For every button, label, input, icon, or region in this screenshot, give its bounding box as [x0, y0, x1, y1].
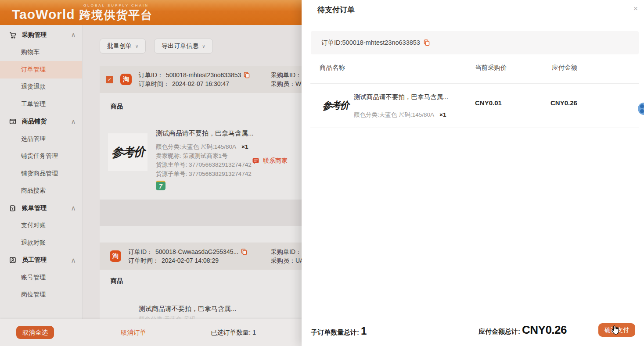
sidebar-group-label: 员工管理	[22, 256, 47, 264]
product-spec: 颜色分类:天蓝色 尺码:145/80A×1	[354, 111, 446, 119]
product-title: 测试商品请不要拍，巴拿马含属...	[139, 305, 237, 313]
product-image-text: 参考价	[111, 144, 144, 161]
order-time-value: 2024-02-07 16:30:47	[172, 79, 229, 88]
top-header-bar: TaoWorld GLOBAL SUPPLY CHAIN 跨境供货平台	[0, 0, 302, 25]
order-list-panel: 批量创单 ∨ 导出订单信息 ∨ ✓ 淘 订单ID： 500018-mhtest2…	[83, 25, 302, 320]
staff-icon	[9, 256, 17, 264]
purchase-id-label: 采购单ID：	[271, 248, 302, 255]
suborder-total-label: 子订单数量总计:	[311, 328, 359, 337]
chevron-up-icon[interactable]: ∧	[71, 204, 76, 212]
payable-amount: CNY0.26	[550, 99, 577, 107]
order-time-label: 订单时间：	[128, 256, 159, 265]
sidebar-group-staff[interactable]: 员工管理 ∧	[0, 252, 82, 269]
product-title: 测试商品请不要拍，巴拿马含属...	[156, 129, 254, 138]
order-card-header: ✓ 淘 订单ID： 500018-mhtest23no633853 订单时间： …	[100, 66, 302, 93]
purchaser-label: 采购员：	[271, 257, 295, 264]
sidebar-group-label: 商品铺货	[22, 118, 47, 125]
package-icon	[9, 118, 17, 125]
suborder-total-value: 1	[361, 325, 367, 337]
order-id-value: 500018-mhtest23no633853	[166, 71, 241, 79]
chevron-down-icon: ∨	[135, 44, 138, 49]
batch-create-button[interactable]: 批量创单 ∨	[100, 39, 146, 54]
pending-payment-drawer: 待支付订单 × 订单ID:500018-mhtest23no633853 商品名…	[302, 0, 644, 346]
chevron-up-icon[interactable]: ∧	[71, 256, 76, 264]
product-section-label: 商品	[111, 277, 123, 285]
drawer-title: 待支付订单	[317, 5, 355, 15]
chevron-up-icon[interactable]: ∧	[71, 118, 76, 126]
chevron-up-icon[interactable]: ∧	[71, 31, 76, 39]
sidebar-item-account-management[interactable]: 账号管理	[0, 269, 82, 286]
selected-order-count: 已选订单数量: 1	[211, 328, 256, 337]
order-time-label: 订单时间：	[139, 79, 169, 88]
cart-icon	[9, 31, 17, 39]
chat-icon	[252, 158, 260, 164]
purchaser-value: UAT测	[295, 257, 302, 264]
sidebar-item-goods-management[interactable]: 铺货商品管理	[0, 165, 82, 182]
copy-icon[interactable]	[241, 249, 247, 255]
order-toolbar: 批量创单 ∨ 导出订单信息 ∨	[100, 39, 213, 54]
export-orders-button[interactable]: 导出订单信息 ∨	[154, 39, 212, 54]
chevron-down-icon: ∨	[202, 44, 205, 49]
app-window: TaoWorld GLOBAL SUPPLY CHAIN 跨境供货平台 采购管理…	[0, 0, 644, 346]
drawer-footer: 子订单数量总计: 1 应付金额总计: CNY0.26 确认支付	[302, 315, 644, 346]
sidebar-item-refund-recon[interactable]: 退款对账	[0, 234, 82, 252]
brand-name: TaoWorld	[12, 7, 75, 22]
amount-total-label: 应付金额总计:	[479, 328, 520, 336]
sidebar-item-cart[interactable]: 购物车	[0, 44, 82, 61]
column-header-price: 当前采购价	[475, 64, 507, 72]
export-orders-label: 导出订单信息	[162, 42, 198, 50]
column-header-product: 商品名称	[320, 64, 345, 72]
contact-seller-label: 联系商家	[263, 157, 288, 165]
close-icon[interactable]: ×	[633, 4, 638, 13]
order-id-value: 500018-CwwaasdaG255345...	[155, 247, 238, 256]
cancel-select-all-button[interactable]: 取消全选	[16, 326, 54, 339]
product-qty: ×1	[439, 111, 446, 118]
order-card-header: 淘 订单ID： 500018-CwwaasdaG255345... 订单时间： …	[100, 243, 302, 270]
order-time-value: 2024-02-07 14:08:29	[162, 256, 219, 265]
drawer-order-id: 订单ID:500018-mhtest23no633853	[321, 39, 420, 47]
order-id-label: 订单ID：	[128, 247, 153, 256]
seller-nickname: 卖家昵称: 策顽测试商家1号	[156, 152, 254, 161]
brand-logo: TaoWorld GLOBAL SUPPLY CHAIN 跨境供货平台	[12, 4, 153, 22]
bill-icon	[9, 204, 17, 212]
product-qty: ×1	[241, 143, 248, 150]
copy-icon[interactable]	[424, 39, 430, 46]
card-gap-strip	[100, 200, 302, 226]
table-divider	[310, 83, 639, 84]
sidebar-item-goods-search[interactable]: 商品搜索	[0, 182, 82, 200]
sidebar-item-returns[interactable]: 退货退款	[0, 78, 82, 96]
purchaser-value: W	[295, 80, 301, 87]
sidebar-item-position-management[interactable]: 岗位管理	[0, 286, 82, 304]
sidebar-item-tickets[interactable]: 工单管理	[0, 96, 82, 113]
drawer-header: 待支付订单 ×	[302, 0, 644, 19]
order-card-body: 商品 测试商品请不要拍，巴拿马含属... 颜色分类:天蓝色 尺码...	[100, 270, 302, 319]
product-image: 参考价	[320, 90, 351, 121]
qixi-badge-icon: 7	[156, 181, 165, 190]
product-spec: 颜色分类:天蓝色 尺码:145/80A×1	[156, 143, 254, 152]
sidebar-group-label: 采购管理	[22, 31, 47, 39]
product-title: 测试商品请不要拍，巴拿马含属...	[354, 93, 448, 101]
order-card: ✓ 淘 订单ID： 500018-mhtest23no633853 订单时间： …	[100, 66, 302, 200]
copy-icon[interactable]	[244, 72, 250, 78]
sidebar-item-task-management[interactable]: 铺货任务管理	[0, 148, 82, 165]
batch-create-label: 批量创单	[107, 42, 132, 50]
sidebar-item-order-management[interactable]: 订单管理	[0, 61, 82, 78]
amount-total-value: CNY0.26	[522, 323, 567, 337]
sidebar-item-payment-recon[interactable]: 支付对账	[0, 217, 82, 235]
sidebar-group-purchase[interactable]: 采购管理 ∧	[0, 26, 82, 44]
contact-seller-link[interactable]: 联系商家	[252, 157, 288, 165]
selection-footer-bar: 取消全选 取消订单 已选订单数量: 1	[0, 319, 302, 346]
sidebar-group-distribution[interactable]: 商品铺货 ∧	[0, 113, 82, 131]
product-image-text: 参考价	[322, 99, 349, 113]
current-purchase-price: CNY0.01	[475, 99, 502, 107]
order-checkbox[interactable]: ✓	[106, 76, 113, 83]
table-divider	[310, 128, 639, 128]
sidebar-group-billing[interactable]: 账单管理 ∧	[0, 200, 82, 217]
confirm-pay-button[interactable]: 确认支付	[598, 323, 635, 337]
purchaser-label: 采购员：	[271, 80, 295, 87]
cancel-order-link[interactable]: 取消订单	[121, 328, 146, 337]
column-header-amount: 应付金额	[552, 64, 577, 72]
sidebar-item-selection[interactable]: 选品管理	[0, 130, 82, 148]
product-image: 参考价	[108, 133, 148, 171]
order-id-label: 订单ID：	[139, 71, 163, 79]
